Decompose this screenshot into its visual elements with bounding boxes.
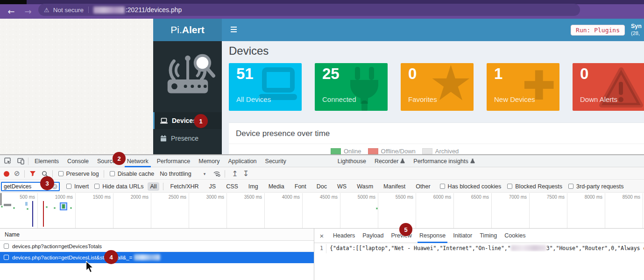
hide-data-urls-checkbox[interactable] [94,184,99,189]
card-favorites[interactable]: 0 ★ Favorites [401,63,474,111]
detail-tab-headers[interactable]: Headers [329,229,359,243]
presence-panel-title: Device presence over time [229,123,644,144]
url-divider [88,7,89,13]
legend-label: Online [344,148,361,154]
tab-network[interactable]: Network [123,155,153,167]
filter-type-img[interactable]: Img [246,182,261,191]
filter-type-wasm[interactable]: Wasm [354,182,376,191]
import-har-icon[interactable]: ↥ [232,170,238,178]
request-row-selected[interactable]: devices.php?action=getDevicesList&status… [0,252,314,263]
screenshot-root: ← → ↻ ⚠ Not secure :20211/devices.php Pi… [0,0,644,280]
sidebar-item-presence[interactable]: Presence [153,129,222,148]
clear-icon[interactable]: ⊘ [14,170,20,177]
requests-name-header[interactable]: Name [0,229,314,241]
tick-label: 8000 ms [567,193,605,200]
tick-label: 8500 ms [605,193,643,200]
tick-label: 4000 ms [265,193,302,200]
device-toolbar-icon[interactable] [15,156,26,167]
network-conditions-icon[interactable] [213,171,220,177]
response-text-before: {"data":[["laptop","Net - Huawei","Inter… [330,245,511,251]
flask-icon [470,158,475,164]
not-secure-label: Not secure [53,7,84,14]
run-plugins-button[interactable]: Run: Plugins [571,25,625,36]
detail-tabbar: × Headers Payload Preview Response Initi… [314,229,644,243]
request-checkbox[interactable] [4,255,9,260]
tab-label: Network [127,158,149,165]
disable-cache-checkbox[interactable] [110,171,115,176]
record-icon[interactable] [4,171,9,177]
detail-tab-initiator[interactable]: Initiator [449,229,476,243]
filter-funnel-icon[interactable] [29,171,36,177]
hamburger-menu-icon[interactable] [231,27,237,33]
pialert-app: Pi.Alert Run: Plugins Syn (28, [153,19,644,154]
detail-tab-response[interactable]: Response [416,229,449,243]
tick-label: 7000 ms [492,193,529,200]
detail-tab-payload[interactable]: Payload [359,229,387,243]
tick-label: 2000 ms [113,193,151,200]
legend-label: Archived [435,148,459,154]
invert-label: Invert [74,183,89,190]
requests-pane: Name devices.php?action=getDevicesTotals… [0,229,314,280]
filter-type-doc[interactable]: Doc [314,182,330,191]
overview-scroll-nub [0,193,2,205]
filter-type-ws[interactable]: WS [334,182,349,191]
tab-memory[interactable]: Memory [194,155,224,167]
tab-console[interactable]: Console [63,155,93,167]
card-all-devices[interactable]: 51 All Devices [229,63,302,111]
sidebar-item-devices[interactable]: Devices [153,112,222,129]
tab-performance[interactable]: Performance [153,155,195,167]
has-blocked-cookies-checkbox[interactable] [440,184,445,189]
filter-type-js[interactable]: JS [206,182,219,191]
preserve-log-checkbox[interactable] [58,171,64,176]
filter-type-media[interactable]: Media [266,182,287,191]
close-icon[interactable]: × [318,232,325,240]
filter-type-fetch-xhr[interactable]: Fetch/XHR [167,182,201,191]
card-value: 0 [580,65,588,83]
filter-type-css[interactable]: CSS [223,182,241,191]
inspect-element-icon[interactable] [2,156,13,167]
blocked-requests-checkbox[interactable] [507,184,512,189]
tab-application[interactable]: Application [224,155,261,167]
tab-label: Lighthouse [338,158,366,165]
redacted-host [93,7,125,14]
request-row[interactable]: devices.php?action=getDevicesTotals [0,241,314,252]
brand-logo[interactable]: Pi.Alert [153,19,222,41]
filter-type-manifest[interactable]: Manifest [381,182,408,191]
third-party-requests-checkbox[interactable] [568,184,573,189]
card-connected[interactable]: 25 Connected [315,63,388,111]
network-overview-timeline[interactable]: 500 ms 1000 ms 1500 ms 2000 ms 2500 ms 3… [0,193,644,229]
tick-label: 2500 ms [151,193,189,200]
tab-recorder[interactable]: Recorder [370,155,409,167]
network-toolbar: ⊘ Preserve log Disable cache No throttli… [0,168,644,180]
detail-tab-cookies[interactable]: Cookies [501,229,529,243]
toolbar-divider [24,170,25,178]
tab-security[interactable]: Security [261,155,290,167]
forward-icon[interactable]: → [22,6,34,17]
card-value: 51 [236,65,254,83]
throttling-select[interactable]: No throttling [160,171,191,177]
tab-performance-insights[interactable]: Performance insights [409,155,479,167]
card-down-alerts[interactable]: 0 Down Alerts [573,63,644,111]
chart-legend: Online Offline/Down Archived [331,148,644,154]
tab-lighthouse[interactable]: Lighthouse [333,155,370,167]
waterfall-dot [27,208,28,210]
tab-label: Timing [480,232,497,239]
filter-type-all[interactable]: All [148,182,160,191]
back-icon[interactable]: ← [6,6,17,17]
invert-checkbox[interactable] [66,184,71,189]
selected-request-marker [60,202,67,210]
tab-elements[interactable]: Elements [30,155,63,167]
card-value: 1 [494,65,502,83]
request-checkbox[interactable] [4,244,9,249]
filter-type-font[interactable]: Font [292,182,309,191]
card-new-devices[interactable]: 1 ✚ New Devices [487,63,559,111]
address-bar[interactable]: ⚠ Not secure :20211/devices.php [38,4,580,16]
tick-label: 5000 ms [340,193,378,200]
page-title: Devices [229,44,269,57]
tab-label: Payload [362,232,383,239]
tick-label: 500 ms [0,193,37,200]
detail-tab-timing[interactable]: Timing [476,229,501,243]
annotation-badge-1: 1 [194,114,208,128]
filter-type-other[interactable]: Other [413,182,433,191]
export-har-icon[interactable]: ↧ [243,170,249,178]
